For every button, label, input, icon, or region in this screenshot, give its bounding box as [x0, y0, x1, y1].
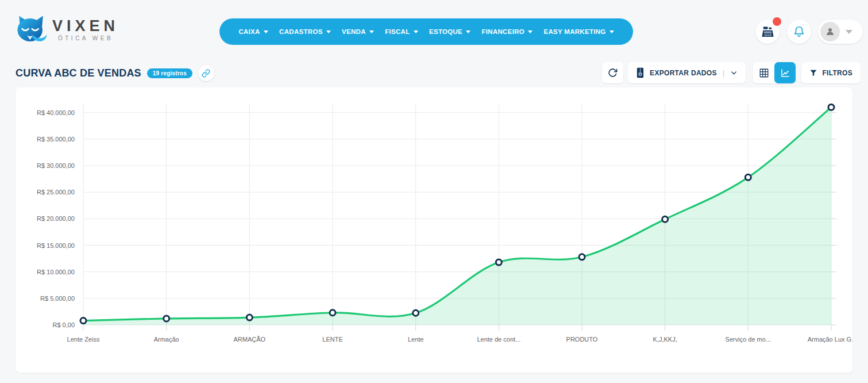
user-icon [825, 26, 835, 37]
nav-item-label: ESTOQUE [429, 28, 462, 35]
cash-register-button[interactable] [755, 20, 780, 44]
x-axis-label: Lente de cont... [477, 336, 520, 343]
filter-icon [809, 69, 817, 77]
y-axis-label: R$ 0,00 [52, 321, 75, 328]
nav-item-venda[interactable]: VENDA [342, 28, 374, 35]
export-button[interactable]: EXPORTAR DADOS | [628, 62, 746, 83]
sales-abc-chart: Lente ZeissArmaçãoARMAÇÃOLENTELenteLente… [16, 87, 852, 373]
x-axis-label: LENTE [322, 336, 342, 343]
divider: | [723, 68, 725, 77]
share-link-button[interactable] [198, 65, 214, 81]
records-count-badge: 19 registros [147, 68, 192, 78]
chart-card: Lente ZeissArmaçãoARMAÇÃOLENTELenteLente… [16, 87, 852, 373]
chart-point[interactable] [745, 174, 751, 180]
chevron-down-icon [846, 30, 852, 34]
zip-file-icon [636, 67, 645, 78]
fox-logo-icon [14, 15, 48, 45]
chart-point[interactable] [413, 310, 419, 316]
x-axis-label: Serviço de mo... [726, 336, 771, 343]
x-axis-label: Armação Lux G.. [808, 336, 852, 343]
filters-label: FILTROS [822, 69, 852, 77]
grid-icon [759, 68, 769, 78]
x-axis-label: K,J,KKJ, [653, 336, 677, 343]
avatar [820, 22, 840, 41]
chart-point[interactable] [579, 254, 585, 260]
nav-item-label: CADASTROS [279, 28, 323, 35]
nav-item-easy-marketing[interactable]: EASY MARKETING [543, 28, 614, 35]
nav-item-estoque[interactable]: ESTOQUE [429, 28, 470, 35]
chart-point[interactable] [246, 315, 252, 320]
brand-logo: VIXEN ÓTICA WEB [14, 15, 119, 45]
nav-item-cadastros[interactable]: CADASTROS [279, 28, 331, 35]
x-axis-label: Lente Zeiss [67, 336, 100, 343]
nav-item-label: FISCAL [385, 28, 410, 35]
caret-down-icon [326, 30, 331, 33]
brand-tagline: ÓTICA WEB [58, 36, 113, 41]
y-axis-label: R$ 20.000,00 [37, 215, 75, 222]
chart-point[interactable] [80, 318, 86, 324]
caret-down-icon [414, 30, 418, 33]
nav-item-caixa[interactable]: CAIXA [238, 28, 268, 35]
notification-dot [773, 17, 781, 26]
chart-point[interactable] [662, 216, 668, 222]
nav-item-label: CAIXA [238, 28, 260, 35]
caret-down-icon [528, 30, 533, 33]
view-toggle [753, 62, 796, 83]
y-axis-label: R$ 15.000,00 [37, 242, 75, 249]
nav-item-label: VENDA [342, 28, 366, 35]
user-menu[interactable] [818, 20, 863, 44]
main-nav: CAIXA CADASTROS VENDA FISCAL ESTOQUE FIN… [219, 18, 633, 45]
y-axis-label: R$ 5.000,00 [40, 295, 75, 302]
refresh-icon [608, 68, 618, 78]
chart-point[interactable] [330, 310, 335, 316]
caret-down-icon [466, 30, 470, 33]
filters-button[interactable]: FILTROS [801, 62, 861, 83]
caret-down-icon [264, 30, 268, 33]
line-chart-icon [780, 68, 790, 78]
chart-point[interactable] [496, 259, 501, 265]
y-axis-label: R$ 35.000,00 [37, 136, 75, 143]
table-view-button[interactable] [753, 62, 774, 83]
x-axis-label: ARMAÇÃO [234, 336, 266, 343]
y-axis-label: R$ 10.000,00 [37, 269, 75, 275]
page-title: CURVA ABC DE VENDAS [16, 67, 141, 79]
chart-area-fill [83, 107, 831, 325]
nav-item-label: FINANCEIRO [481, 28, 524, 35]
export-label: EXPORTAR DADOS [650, 69, 717, 77]
nav-item-financeiro[interactable]: FINANCEIRO [481, 28, 533, 35]
x-axis-label: PRODUTO [566, 336, 598, 343]
chart-point[interactable] [828, 104, 834, 110]
caret-down-icon [609, 30, 614, 33]
link-icon [202, 69, 210, 78]
nav-item-label: EASY MARKETING [543, 28, 605, 35]
caret-down-icon [369, 30, 374, 33]
refresh-button[interactable] [602, 62, 623, 83]
chevron-down-icon [730, 69, 738, 76]
nav-item-fiscal[interactable]: FISCAL [385, 28, 418, 35]
bell-icon [793, 25, 805, 38]
notifications-button[interactable] [787, 20, 811, 44]
x-axis-label: Lente [408, 336, 424, 343]
brand-name: VIXEN [52, 18, 119, 34]
chart-point[interactable] [164, 316, 169, 321]
y-axis-label: R$ 40.000,00 [37, 109, 75, 116]
y-axis-label: R$ 30.000,00 [37, 162, 75, 169]
cash-register-icon [761, 26, 774, 38]
chart-view-button[interactable] [774, 62, 796, 83]
y-axis-label: R$ 25.000,00 [37, 189, 75, 196]
x-axis-label: Armação [154, 336, 179, 343]
